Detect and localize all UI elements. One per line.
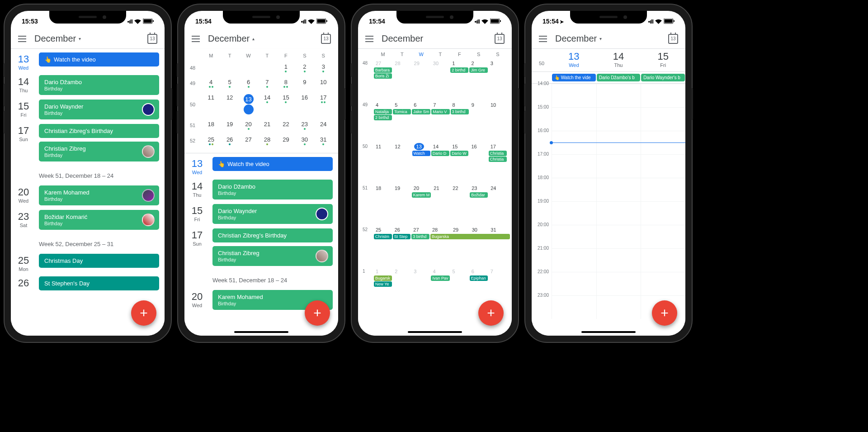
mini-day[interactable]: 15 — [277, 91, 295, 118]
month-day-cell[interactable]: 2Jim Gre — [469, 59, 488, 100]
event-card[interactable]: Christian ZibregBirthday — [212, 246, 333, 266]
day-header[interactable]: 14Thu — [596, 51, 641, 68]
day-header[interactable]: 13Wed — [552, 51, 596, 68]
month-day-cell[interactable]: 19 — [392, 184, 411, 225]
event-chip[interactable]: 3 birthd — [411, 234, 429, 239]
month-day-cell[interactable]: 22 — [450, 184, 469, 225]
time-slot[interactable] — [641, 108, 685, 131]
mini-day[interactable]: 2 — [295, 60, 314, 76]
allday-event[interactable]: Dario Waynder's b — [641, 74, 685, 81]
event-chip[interactable]: Boris Ži — [374, 73, 392, 79]
month-day-cell[interactable]: 26St Step — [392, 225, 411, 267]
month-selector[interactable]: December — [382, 33, 486, 44]
event-chip[interactable]: New Ye — [374, 281, 392, 287]
time-slot[interactable] — [596, 178, 641, 201]
mini-day[interactable]: 6 — [239, 76, 258, 91]
mini-day[interactable] — [202, 60, 220, 76]
event-chip[interactable]: Jake Sm — [412, 109, 430, 114]
time-slot[interactable] — [596, 249, 641, 272]
month-day-cell[interactable]: 21 — [431, 184, 450, 225]
mini-day[interactable]: 29 — [277, 133, 295, 148]
month-day-cell[interactable]: 23Božidar — [469, 184, 488, 225]
mini-day[interactable]: 12 — [220, 91, 239, 118]
mini-day[interactable]: 13 — [239, 91, 258, 118]
menu-icon[interactable] — [192, 36, 200, 42]
home-indicator[interactable] — [234, 331, 288, 333]
month-selector[interactable]: December ▴ — [208, 33, 313, 44]
event-card[interactable]: Christmas Day — [39, 254, 159, 268]
time-slot[interactable] — [552, 272, 596, 295]
event-chip[interactable]: Dario W — [450, 151, 468, 156]
time-slot[interactable] — [596, 296, 641, 319]
time-slot[interactable] — [641, 249, 685, 272]
mini-day[interactable]: 22 — [277, 118, 295, 133]
month-day-cell[interactable]: 25Christm — [373, 225, 392, 267]
month-day-cell[interactable]: 16 — [469, 142, 488, 184]
month-day-cell[interactable]: 9 — [469, 100, 488, 142]
create-event-fab[interactable]: + — [131, 300, 156, 326]
today-button[interactable]: 13 — [495, 34, 505, 44]
month-day-cell[interactable]: 7Mario V — [431, 100, 450, 142]
mini-day[interactable]: 20 — [239, 118, 258, 133]
menu-icon[interactable] — [365, 36, 373, 42]
time-slot[interactable] — [596, 155, 641, 178]
month-day-cell[interactable]: 13Watch — [412, 142, 431, 184]
month-day-cell[interactable]: 15Dario W — [450, 142, 469, 184]
month-day-cell[interactable]: 10 — [488, 100, 507, 142]
mini-day[interactable]: 16 — [295, 91, 314, 118]
event-card[interactable]: Karem MohamedBirthday — [39, 185, 159, 205]
mini-day[interactable]: 11 — [202, 91, 220, 118]
event-chip[interactable]: Ivan Pav — [431, 275, 449, 281]
time-slot[interactable] — [596, 225, 641, 248]
today-button[interactable]: 13 — [668, 34, 678, 44]
event-chip[interactable]: St Step — [393, 234, 411, 239]
mini-day[interactable]: 7 — [258, 76, 276, 91]
event-chip[interactable]: Mario V — [431, 109, 449, 114]
event-chip[interactable]: 3 birthd — [451, 109, 469, 114]
event-chip[interactable]: Bugarsk — [374, 275, 392, 281]
event-card[interactable]: 👆Watch the video — [212, 157, 333, 171]
mini-day[interactable]: 14 — [258, 91, 276, 118]
mini-day[interactable]: 24 — [314, 118, 333, 133]
month-day-cell[interactable]: 12 birthd — [450, 59, 469, 100]
time-slot[interactable] — [641, 155, 685, 178]
event-chip[interactable]: 2 birthd — [450, 67, 468, 73]
mini-day[interactable]: 23 — [295, 118, 314, 133]
month-day-cell[interactable]: 29 — [451, 225, 470, 267]
event-chip[interactable]: Tomica — [393, 109, 411, 114]
event-card[interactable]: Christian Zibreg's Birthday — [212, 228, 333, 242]
mini-day[interactable]: 25 — [202, 133, 220, 148]
month-day-cell[interactable]: 30 — [470, 225, 489, 267]
mini-day[interactable]: 9 — [295, 76, 314, 91]
create-event-fab[interactable]: + — [305, 300, 330, 326]
month-day-cell[interactable]: 6Jake Sm — [411, 100, 431, 142]
mini-day[interactable] — [220, 60, 239, 76]
mini-day[interactable]: 8 — [277, 76, 295, 91]
mini-day[interactable]: 1 — [277, 60, 295, 76]
allday-event[interactable]: Dario Džambo's b — [597, 74, 641, 81]
create-event-fab[interactable]: + — [652, 300, 677, 326]
month-day-cell[interactable]: 14Dario D — [431, 142, 450, 184]
create-event-fab[interactable]: + — [478, 300, 504, 326]
event-chip[interactable]: Jim Gre — [469, 67, 487, 73]
month-day-cell[interactable]: 17ChristiaChristia — [488, 142, 507, 184]
mini-day[interactable]: 26 — [220, 133, 239, 148]
time-slot[interactable] — [552, 108, 596, 131]
three-day-grid[interactable]: 5013Wed14Thu15Fri👆 Watch the videDario D… — [532, 49, 685, 336]
today-button[interactable]: 13 — [321, 34, 331, 44]
month-day-cell[interactable]: 24 — [488, 184, 507, 225]
event-card[interactable]: Dario DžamboBirthday — [39, 75, 159, 95]
time-slot[interactable] — [552, 178, 596, 201]
event-chip[interactable]: Epiphan — [470, 275, 488, 281]
time-slot[interactable] — [641, 272, 685, 295]
time-slot[interactable] — [596, 84, 641, 107]
time-slot[interactable] — [552, 84, 596, 107]
month-day-cell[interactable]: 27BarbaraBoris Ži — [373, 59, 392, 100]
day-header[interactable]: 15Fri — [641, 51, 685, 68]
event-chip[interactable]: Dario D — [431, 151, 449, 156]
month-day-cell[interactable]: 31 — [488, 225, 507, 267]
mini-day[interactable]: 5 — [220, 76, 239, 91]
month-day-cell[interactable]: 5Tomica — [392, 100, 411, 142]
mini-day[interactable]: 4 — [202, 76, 220, 91]
time-slot[interactable] — [596, 272, 641, 295]
